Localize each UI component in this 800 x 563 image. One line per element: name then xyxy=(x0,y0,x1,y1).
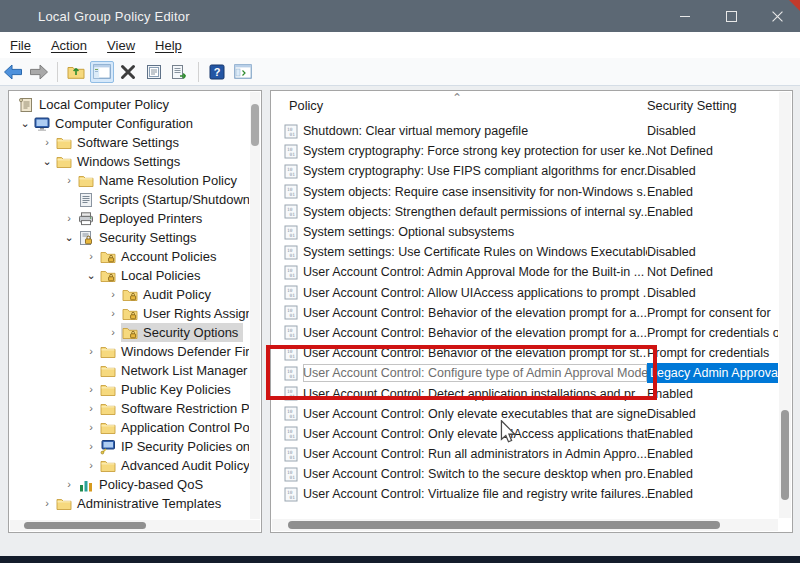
properties-icon[interactable] xyxy=(142,61,166,83)
tree-item-name-resolution-policy[interactable]: › Name Resolution Policy xyxy=(9,171,249,190)
policy-row[interactable]: 1001 System objects: Require case insens… xyxy=(271,182,778,202)
policy-tree: Local Computer Policy ⌄ Computer Configu… xyxy=(9,95,249,519)
expander-icon[interactable]: ⌄ xyxy=(83,270,99,281)
tree-item-local-policies[interactable]: ⌄ Local Policies xyxy=(9,266,249,285)
policy-setting: Disabled xyxy=(647,164,778,178)
list-horizontal-scrollbar-thumb[interactable] xyxy=(288,521,720,529)
tree-item-computer-configuration[interactable]: ⌄ Computer Configuration xyxy=(9,114,249,133)
policy-row[interactable]: 1001 System settings: Use Certificate Ru… xyxy=(271,242,778,262)
policy-row[interactable]: 1001 User Account Control: Detect applic… xyxy=(271,383,778,403)
forward-icon[interactable] xyxy=(27,61,51,83)
up-folder-icon[interactable] xyxy=(64,61,88,83)
tree-horizontal-scrollbar[interactable] xyxy=(10,520,260,531)
column-header-policy[interactable]: Policy xyxy=(289,98,647,113)
minimize-button[interactable] xyxy=(662,0,708,32)
tree-item-security-options[interactable]: › Security Options xyxy=(9,323,249,342)
tree-item-windows-settings[interactable]: ⌄ Windows Settings xyxy=(9,152,249,171)
expander-icon[interactable]: › xyxy=(83,460,99,471)
policy-row[interactable]: 1001 Shutdown: Clear virtual memory page… xyxy=(271,121,778,141)
expander-icon[interactable]: › xyxy=(83,441,99,452)
tree-item-local-computer-policy[interactable]: Local Computer Policy xyxy=(9,95,249,114)
expander-icon[interactable]: › xyxy=(39,137,55,148)
policy-row[interactable]: 1001 User Account Control: Behavior of t… xyxy=(271,303,778,323)
svg-text:01: 01 xyxy=(290,131,296,136)
expander-icon[interactable]: › xyxy=(83,422,99,433)
delete-icon[interactable] xyxy=(116,61,140,83)
help-icon[interactable]: ? xyxy=(205,61,229,83)
policy-icon: 1001 xyxy=(284,366,299,381)
policy-name: User Account Control: Admin Approval Mod… xyxy=(303,265,647,279)
menu-file[interactable]: File xyxy=(0,38,41,53)
policy-row-selected[interactable]: 1001 User Account Control: Configure typ… xyxy=(271,363,778,383)
menu-help[interactable]: Help xyxy=(145,38,192,53)
tree-item-scripts-startup-shutdown[interactable]: Scripts (Startup/Shutdown) xyxy=(9,190,249,209)
tree-item-policy-based-qos[interactable]: › Policy-based QoS xyxy=(9,475,249,494)
policy-row[interactable]: 1001 User Account Control: Behavior of t… xyxy=(271,343,778,363)
policy-icon: 1001 xyxy=(284,467,299,482)
expander-icon[interactable]: ⌄ xyxy=(39,156,55,167)
expander-icon[interactable]: › xyxy=(39,498,55,509)
tree-vertical-scrollbar[interactable] xyxy=(250,92,260,519)
column-header-security-setting[interactable]: Security Setting xyxy=(647,98,778,113)
svg-text:01: 01 xyxy=(290,232,296,237)
policy-row[interactable]: 1001 User Account Control: Only elevate … xyxy=(271,404,778,424)
expander-icon[interactable]: › xyxy=(105,289,121,300)
menu-action[interactable]: Action xyxy=(41,38,97,53)
policy-row[interactable]: 1001 System cryptography: Use FIPS compl… xyxy=(271,161,778,181)
tree-icon xyxy=(78,230,94,246)
policy-row[interactable]: 1001 System objects: Strengthen default … xyxy=(271,202,778,222)
policy-row[interactable]: 1001 User Account Control: Admin Approva… xyxy=(271,262,778,282)
tree-item-deployed-printers[interactable]: › Deployed Printers xyxy=(9,209,249,228)
tree-item-security-settings[interactable]: ⌄ Security Settings xyxy=(9,228,249,247)
menu-view[interactable]: View xyxy=(97,38,145,53)
console-tree-icon[interactable] xyxy=(90,61,114,83)
list-vertical-scrollbar[interactable] xyxy=(779,92,791,518)
list-vertical-scrollbar-thumb[interactable] xyxy=(781,410,789,500)
policy-name: User Account Control: Behavior of the el… xyxy=(303,346,647,360)
maximize-button[interactable] xyxy=(708,0,754,32)
tree-item-audit-policy[interactable]: › Audit Policy xyxy=(9,285,249,304)
policy-row[interactable]: 1001 User Account Control: Behavior of t… xyxy=(271,323,778,343)
policy-row[interactable]: 1001 User Account Control: Only elevate … xyxy=(271,424,778,444)
tree-item-application-control-poli[interactable]: › Application Control Poli xyxy=(9,418,249,437)
policy-icon: 1001 xyxy=(284,184,299,199)
expander-icon[interactable]: › xyxy=(61,213,77,224)
tree-item-software-settings[interactable]: › Software Settings xyxy=(9,133,249,152)
policy-name: User Account Control: Behavior of the el… xyxy=(303,306,647,320)
export-list-icon[interactable] xyxy=(168,61,192,83)
expander-icon[interactable]: › xyxy=(105,327,121,338)
expander-icon[interactable]: ⌄ xyxy=(17,118,33,129)
policy-row[interactable]: 1001 User Account Control: Virtualize fi… xyxy=(271,484,778,504)
back-icon[interactable] xyxy=(1,61,25,83)
svg-text:?: ? xyxy=(214,66,221,78)
tree-item-account-policies[interactable]: › Account Policies xyxy=(9,247,249,266)
tree-item-user-rights-assignm[interactable]: › User Rights Assignm xyxy=(9,304,249,323)
tree-item-windows-defender-firew[interactable]: › Windows Defender Firew xyxy=(9,342,249,361)
expander-icon[interactable]: › xyxy=(83,403,99,414)
tree-item-administrative-templates[interactable]: › Administrative Templates xyxy=(9,494,249,513)
new-window-icon[interactable] xyxy=(231,61,255,83)
policy-name: System objects: Strengthen default permi… xyxy=(303,205,647,219)
policy-row[interactable]: 1001 System settings: Optional subsystem… xyxy=(271,222,778,242)
expander-icon[interactable]: › xyxy=(61,479,77,490)
tree-item-software-restriction-pol[interactable]: › Software Restriction Pol xyxy=(9,399,249,418)
policy-row[interactable]: 1001 User Account Control: Switch to the… xyxy=(271,464,778,484)
policy-row[interactable]: 1001 System cryptography: Force strong k… xyxy=(271,141,778,161)
policy-row[interactable]: 1001 User Account Control: Run all admin… xyxy=(271,444,778,464)
expander-icon[interactable]: › xyxy=(105,308,121,319)
tree-item-public-key-policies[interactable]: › Public Key Policies xyxy=(9,380,249,399)
tree-item-ip-security-policies-on-lo[interactable]: › IP Security Policies on Lo xyxy=(9,437,249,456)
tree-item-advanced-audit-policy-c[interactable]: › Advanced Audit Policy C xyxy=(9,456,249,475)
policy-setting: Disabled xyxy=(647,407,778,421)
tree-vertical-scrollbar-thumb[interactable] xyxy=(251,104,259,146)
list-horizontal-scrollbar[interactable] xyxy=(272,519,778,531)
expander-icon[interactable]: › xyxy=(83,384,99,395)
expander-icon[interactable]: ⌄ xyxy=(61,232,77,243)
policy-row[interactable]: 1001 User Account Control: Allow UIAcces… xyxy=(271,283,778,303)
expander-icon[interactable]: › xyxy=(83,251,99,262)
expander-icon[interactable]: › xyxy=(61,175,77,186)
tree-horizontal-scrollbar-thumb[interactable] xyxy=(24,522,146,529)
svg-text:01: 01 xyxy=(290,434,296,439)
expander-icon[interactable]: › xyxy=(83,346,99,357)
tree-item-network-list-manager-p[interactable]: Network List Manager P xyxy=(9,361,249,380)
